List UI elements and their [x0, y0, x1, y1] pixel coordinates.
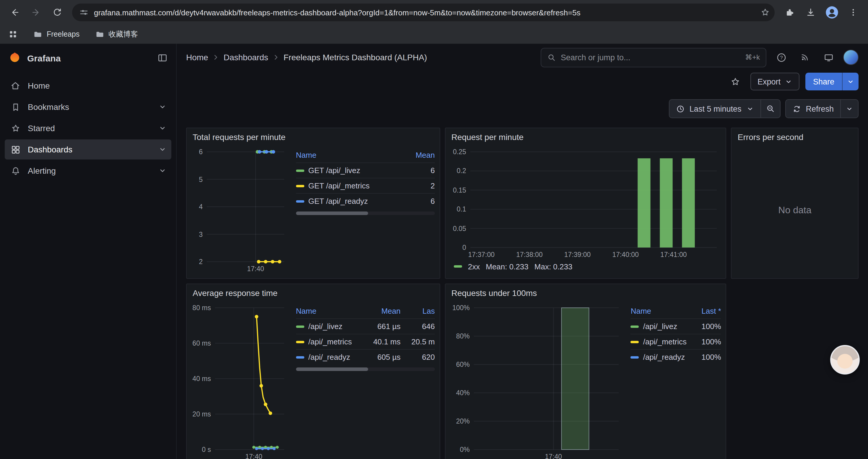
sidebar-item-home[interactable]: Home	[5, 76, 172, 96]
grafana-logo[interactable]	[8, 52, 21, 64]
bar[interactable]	[660, 158, 673, 248]
series-name[interactable]: GET /api/_metrics	[296, 182, 401, 190]
series-name[interactable]: /api/_readyz	[296, 353, 366, 362]
share-button[interactable]: Share	[805, 73, 842, 90]
time-range-picker[interactable]: Last 5 minutes	[669, 99, 761, 118]
barchart[interactable]: 0.250.20.150.10.05017:37:0017:38:0017:39…	[450, 147, 721, 259]
series-point	[273, 447, 276, 450]
panel-title[interactable]: Total requests per minute	[187, 128, 440, 146]
zoom-out-icon[interactable]	[761, 99, 780, 118]
export-button[interactable]: Export	[750, 73, 800, 90]
sidebar-item-label: Starred	[28, 124, 55, 133]
bar[interactable]	[638, 158, 650, 248]
series-name[interactable]: /api/_livez	[296, 322, 366, 331]
series-name[interactable]: /api/_readyz	[631, 353, 687, 362]
chevron-down-icon[interactable]	[158, 145, 167, 154]
browser-menu-icon[interactable]	[843, 2, 863, 23]
y-axis-tick-label: 6	[191, 148, 203, 156]
series-value: 40.1 ms	[366, 337, 401, 346]
series-name[interactable]: GET /api/_readyz	[296, 197, 401, 205]
series-point	[255, 447, 258, 450]
barchart[interactable]: 100%80%60%40%20%0%17:40	[450, 303, 624, 459]
dock-menu-icon[interactable]	[157, 53, 168, 63]
bookmark-label: 收藏博客	[108, 29, 138, 39]
sidebar-item-dashboards[interactable]: Dashboards	[5, 139, 172, 160]
y-axis-tick-label: 0.2	[450, 167, 466, 175]
chart-canvas[interactable]	[450, 303, 623, 459]
legend-column-header[interactable]: Name	[631, 306, 687, 315]
breadcrumb-dashboards[interactable]: Dashboards	[224, 53, 268, 62]
series-name[interactable]: 2xx	[468, 262, 480, 271]
panel-title[interactable]: Errors per second	[732, 128, 858, 146]
legend-scrollbar[interactable]	[296, 211, 435, 215]
refresh-interval-dropdown[interactable]	[841, 99, 859, 118]
chevron-down-icon[interactable]	[158, 124, 167, 132]
bookmark-folder-blogs[interactable]: 收藏博客	[95, 29, 138, 39]
search-shortcut: ⌘+k	[745, 53, 760, 61]
chevron-down-icon[interactable]	[158, 103, 167, 111]
chevron-down-icon[interactable]	[158, 167, 167, 175]
legend-scrollbar[interactable]	[296, 367, 435, 371]
panel-title[interactable]: Average response time	[187, 284, 440, 302]
legend-zone: NameLast */api/_livez100%/api/_metrics10…	[624, 303, 721, 459]
export-label: Export	[757, 77, 780, 86]
chart-canvas[interactable]	[191, 147, 289, 273]
legend-column-header[interactable]: Mean	[401, 150, 435, 159]
scrollbar-thumb[interactable]	[296, 211, 368, 215]
legend-column-header[interactable]: Name	[296, 306, 366, 315]
timeseries-chart[interactable]: 80 ms60 ms40 ms20 ms0 s17:40	[191, 303, 289, 459]
help-icon[interactable]: ?	[772, 49, 790, 66]
series-stat-mean: Mean: 0.233	[486, 262, 529, 271]
panel-title[interactable]: Request per minute	[445, 128, 726, 146]
series-name[interactable]: /api/_metrics	[296, 337, 366, 346]
panel-title[interactable]: Requests under 100ms	[445, 284, 726, 302]
legend-column-header[interactable]: Name	[296, 150, 401, 159]
address-bar[interactable]	[72, 4, 775, 21]
legend-header: NameLast *	[631, 303, 721, 319]
chart-canvas[interactable]	[450, 147, 721, 259]
series-name[interactable]: /api/_livez	[631, 322, 687, 331]
sidebar-item-alerting[interactable]: Alerting	[5, 161, 172, 181]
url-input[interactable]	[94, 8, 755, 17]
assistant-avatar[interactable]	[830, 345, 860, 374]
favorite-star-icon[interactable]	[727, 73, 745, 90]
y-axis-tick-label: 80%	[450, 332, 470, 340]
news-rss-icon[interactable]	[796, 49, 814, 66]
bookmark-folder-freeleaps[interactable]: Freeleaps	[33, 30, 80, 39]
legend-column-header[interactable]: Mean	[366, 306, 401, 315]
share-dropdown-icon[interactable]	[842, 73, 859, 90]
extensions-icon[interactable]	[779, 2, 800, 23]
search-input[interactable]	[561, 53, 740, 62]
apps-grid-icon[interactable]	[8, 30, 18, 39]
user-avatar[interactable]	[843, 50, 859, 65]
bar[interactable]	[682, 158, 694, 248]
series-name[interactable]: /api/_metrics	[631, 337, 687, 346]
series-value: 605 µs	[366, 353, 401, 362]
reload-button[interactable]	[47, 2, 67, 23]
kiosk-monitor-icon[interactable]	[819, 49, 837, 66]
y-axis-tick-label: 60 ms	[191, 339, 211, 347]
search-box[interactable]: ⌘+k	[541, 47, 766, 67]
sidebar-item-label: Bookmarks	[28, 102, 69, 112]
bar[interactable]	[561, 308, 589, 450]
downloads-icon[interactable]	[801, 2, 821, 23]
profile-avatar[interactable]	[822, 2, 842, 23]
sidebar-item-starred[interactable]: Starred	[5, 118, 172, 138]
timeseries-chart[interactable]: 6543217:40	[191, 147, 289, 273]
series-name-label: GET /api/_metrics	[308, 182, 370, 190]
scrollbar-thumb[interactable]	[296, 367, 368, 371]
legend-column-header[interactable]: Last *	[687, 306, 721, 315]
series-swatch	[454, 265, 462, 268]
legend-column-header[interactable]: Las	[401, 306, 435, 315]
site-info-icon[interactable]	[79, 8, 89, 17]
back-button[interactable]	[5, 2, 25, 23]
refresh-button[interactable]: Refresh	[785, 99, 841, 118]
legend-zone: NameMeanGET /api/_livez6GET /api/_metric…	[289, 147, 435, 273]
bookmark-star-icon[interactable]	[761, 8, 770, 17]
series-name[interactable]: GET /api/_livez	[296, 166, 401, 175]
star-icon	[9, 123, 21, 133]
sidebar-item-bookmarks[interactable]: Bookmarks	[5, 97, 172, 117]
forward-button[interactable]	[26, 2, 46, 23]
series-point	[265, 150, 268, 154]
breadcrumb-home[interactable]: Home	[186, 53, 208, 62]
